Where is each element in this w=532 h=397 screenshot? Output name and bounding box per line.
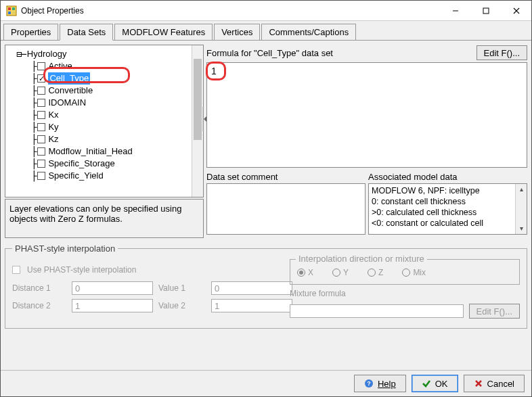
tab-comments-captions[interactable]: Comments/Captions	[261, 24, 356, 40]
tree-node-hydrology[interactable]: ⊟─ Hydrology	[9, 48, 200, 60]
comment-box[interactable]	[206, 183, 365, 235]
tree-item[interactable]: ├Ky	[9, 121, 200, 133]
distance1-input	[72, 281, 153, 295]
cancel-label: Cancel	[487, 379, 514, 389]
tree-branch-icon: ├	[31, 121, 35, 133]
use-phast-label: Use PHAST-style interpolation	[27, 265, 136, 275]
tree-item-checkbox[interactable]	[37, 74, 45, 83]
svg-text:?: ?	[367, 380, 371, 387]
tab-modflow-features[interactable]: MODFLOW Features	[114, 24, 213, 40]
help-button[interactable]: ? Help	[354, 375, 406, 392]
assoc-label: Associated model data	[368, 172, 527, 182]
tree-item-checkbox[interactable]	[37, 99, 45, 107]
help-label: Help	[378, 379, 396, 389]
tree-branch-icon: ├	[31, 72, 35, 85]
interp-label: Interpolation direction or mixture	[296, 254, 427, 264]
tree-item-checkbox[interactable]	[37, 62, 45, 70]
close-button[interactable]	[501, 1, 531, 21]
tree-branch-icon: ├	[31, 97, 35, 109]
hint-panel: Layer elevations can only be specified u…	[5, 199, 204, 238]
tabstrip: Properties Data Sets MODFLOW Features Ve…	[1, 21, 531, 41]
svg-rect-3	[8, 11, 11, 14]
formula-editor[interactable]: 1	[206, 62, 527, 168]
mixture-label: Mixture formula	[290, 289, 520, 298]
phast-legend: PHAST-style interpolation	[12, 243, 118, 254]
distance2-input	[72, 299, 153, 312]
tree-item-label: Active	[48, 60, 72, 72]
radio-z: Z	[368, 268, 383, 277]
tree-item-checkbox[interactable]	[37, 172, 45, 180]
titlebar: Object Properties	[1, 1, 531, 21]
window: Object Properties Properties Data Sets M…	[0, 0, 532, 397]
expand-collapse-icon[interactable]: ⊟─	[16, 48, 25, 60]
tree-item[interactable]: ├Modflow_Initial_Head	[9, 145, 200, 158]
radio-y: Y	[332, 268, 349, 277]
ok-label: OK	[435, 379, 448, 389]
distance1-label: Distance 1	[12, 283, 66, 293]
tree-item-checkbox[interactable]	[37, 111, 45, 119]
tree-item[interactable]: ├Active	[9, 60, 200, 72]
tree-item-label: Convertible	[48, 85, 93, 97]
check-icon	[422, 379, 431, 388]
formula-value: 1	[211, 66, 217, 76]
assoc-list[interactable]: MODFLOW 6, NPF: icelltype 0: constant ce…	[368, 183, 527, 235]
tree-item-checkbox[interactable]	[37, 160, 45, 168]
tree-item-label: Cell_Type	[48, 72, 90, 85]
tree-item-label: Modflow_Initial_Head	[48, 145, 132, 158]
use-phast-checkbox	[12, 266, 20, 274]
assoc-line: >0: calculated cell thickness	[372, 207, 524, 218]
minimize-button[interactable]	[440, 1, 470, 21]
help-icon: ?	[364, 379, 374, 388]
dataset-tree[interactable]: ⊟─ Hydrology ├Active ├Cell_Type ├Convert…	[5, 45, 204, 197]
tab-vertices[interactable]: Vertices	[214, 24, 260, 40]
cancel-icon	[474, 379, 483, 388]
tree-item-checkbox[interactable]	[37, 123, 45, 131]
window-title: Object Properties	[21, 6, 440, 16]
tree-item-label: Specific_Yield	[48, 170, 103, 182]
interp-direction-group: Interpolation direction or mixture X Y Z…	[290, 259, 520, 285]
tree-item[interactable]: ├Kz	[9, 133, 200, 145]
assoc-scrollbar[interactable]: ▴▾	[515, 184, 527, 234]
comment-label: Data set comment	[206, 172, 365, 182]
tree-item-label: Kx	[48, 109, 58, 121]
tree-item-label: Ky	[48, 121, 58, 133]
tree-item[interactable]: ├Specific_Yield	[9, 170, 200, 182]
tree-scrollbar[interactable]	[192, 45, 203, 197]
tree-item[interactable]: ├Specific_Storage	[9, 158, 200, 170]
tree-item-checkbox[interactable]	[37, 147, 45, 156]
assoc-line: MODFLOW 6, NPF: icelltype	[372, 185, 524, 196]
radio-x: X	[297, 268, 313, 277]
value2-label: Value 2	[158, 301, 206, 310]
phast-group: PHAST-style interpolation Use PHAST-styl…	[5, 243, 527, 329]
tree-item-checkbox[interactable]	[37, 87, 45, 95]
tab-data-sets[interactable]: Data Sets	[60, 24, 113, 41]
assoc-line: <0: constant or calculated cell	[372, 218, 524, 229]
value1-input	[211, 281, 292, 295]
tree-item-checkbox[interactable]	[37, 135, 45, 143]
tree-item[interactable]: ├IDOMAIN	[9, 97, 200, 109]
tree-branch-icon: ├	[31, 158, 35, 170]
tree-branch-icon: ├	[31, 109, 35, 121]
tree-item[interactable]: ├Kx	[9, 109, 200, 121]
tree-node-label: Hydrology	[27, 48, 67, 60]
edit-formula-button[interactable]: Edit F()...	[476, 45, 527, 60]
tree-item[interactable]: ├Convertible	[9, 85, 200, 97]
mixture-editf-button: Edit F()...	[469, 304, 520, 319]
tree-item-label: IDOMAIN	[48, 97, 86, 109]
tree-item[interactable]: ├Cell_Type	[9, 72, 200, 85]
button-bar: ? Help OK Cancel	[1, 370, 531, 396]
value1-label: Value 1	[158, 283, 206, 293]
cancel-button[interactable]: Cancel	[464, 375, 525, 392]
hint-text: Layer elevations can only be specified u…	[9, 204, 181, 224]
mixture-input	[290, 304, 464, 318]
maximize-button[interactable]	[470, 1, 501, 21]
tree-branch-icon: ├	[31, 145, 35, 158]
svg-rect-2	[12, 7, 15, 10]
tree-item-label: Specific_Storage	[48, 158, 114, 170]
ok-button[interactable]: OK	[412, 375, 458, 392]
tab-properties[interactable]: Properties	[3, 24, 58, 40]
svg-rect-4	[12, 11, 15, 14]
tree-branch-icon: ├	[31, 60, 35, 72]
value2-input	[211, 299, 292, 312]
svg-rect-6	[483, 8, 489, 14]
